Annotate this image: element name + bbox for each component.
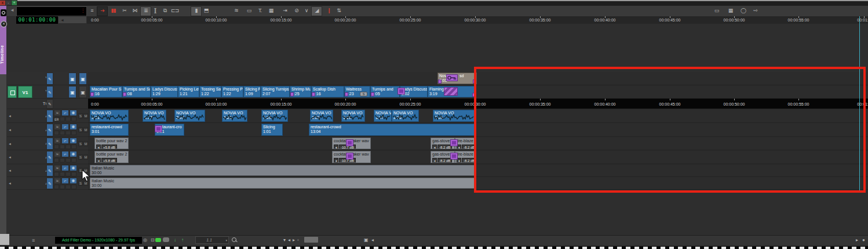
pan-icon[interactable]: ⌐: [61, 110, 69, 116]
timeline-clip[interactable]: NOVIA VO3:15: [433, 110, 475, 122]
effect-slot[interactable]: [54, 131, 59, 135]
menu-dots-icon[interactable]: ⋮: [81, 8, 85, 13]
clip-gain-control[interactable]: ◄+5.8 dB: [96, 158, 117, 163]
timeline-clip[interactable]: bottle pour wav 2◄+5.8 dB: [94, 151, 129, 163]
title-tool-icon[interactable]: T.: [255, 6, 265, 15]
effect-slot[interactable]: [54, 158, 59, 163]
gear-icon[interactable]: ❋: [70, 165, 77, 171]
clip-gain-control[interactable]: ◄+5.8 dB: [96, 145, 117, 149]
trim-icon[interactable]: ][: [150, 6, 160, 15]
mute-button[interactable]: M: [83, 127, 88, 132]
timeline-clip[interactable]: NOVIA VO2:15: [392, 110, 419, 122]
effect-slot[interactable]: [65, 131, 71, 135]
solo-button[interactable]: S: [78, 113, 83, 118]
horizontal-scrollbar-thumb[interactable]: [304, 237, 318, 243]
alert-icon[interactable]: ❙: [324, 6, 334, 15]
right-dot-icon[interactable]: ●: [862, 236, 865, 244]
pan-icon[interactable]: ⌐: [61, 165, 69, 171]
video-quality-icon[interactable]: ▭: [712, 6, 721, 15]
waveform-icon[interactable]: ≈: [54, 138, 61, 144]
solo-button[interactable]: S: [78, 127, 83, 132]
motion-effect-icon[interactable]: ⬒: [201, 6, 211, 15]
clip-gain-control[interactable]: ◄-8.2 dB: [457, 145, 476, 149]
mute-button[interactable]: M: [83, 141, 88, 146]
record-track-button-v1[interactable]: V1: [18, 86, 32, 98]
close-panel-icon[interactable]: ✕: [1, 21, 7, 27]
waveform-icon[interactable]: ≈: [54, 151, 61, 157]
pencil-icon[interactable]: ✎: [46, 165, 53, 176]
effect-slot[interactable]: [65, 185, 71, 189]
pencil-icon[interactable]: ✎: [46, 99, 53, 109]
effect-slot[interactable]: [71, 145, 76, 149]
step-forward-icon[interactable]: ↑: [181, 236, 184, 244]
record-circle-icon[interactable]: ◯: [738, 6, 748, 15]
right-play-icon[interactable]: ▸: [856, 236, 858, 244]
effect-slot[interactable]: [65, 158, 71, 163]
scroll-menu-icon[interactable]: ▾: [283, 236, 286, 244]
audio-mixer-icon[interactable]: ≋: [231, 6, 241, 15]
statusbar-grip-icon[interactable]: ≡: [32, 237, 35, 243]
clip-gain-control[interactable]: ◄-8.2 dB: [457, 158, 476, 163]
monitor-icon[interactable]: ▣: [68, 73, 76, 85]
timeline-clip[interactable]: Picking Lett1:21: [178, 86, 199, 98]
zoom-level-dropdown[interactable]: 1.1 ▾: [195, 236, 229, 244]
pan-icon[interactable]: ⌐: [61, 138, 69, 144]
audio-dip-icon[interactable]: ∨: [301, 6, 311, 15]
timeline-clip[interactable]: NOVIA VO1:17: [374, 110, 392, 122]
transition-icon[interactable]: ⊏⊐: [170, 6, 180, 15]
focus-icon[interactable]: ◎: [143, 236, 147, 244]
marker-icon[interactable]: ▮: [191, 6, 202, 16]
clip-gain-control[interactable]: ◄-8.2 dB: [432, 145, 452, 149]
timeline-clip[interactable]: Macallan Pour S2:16: [90, 86, 122, 98]
timeline-clip[interactable]: restaurant-crowd13:04: [309, 124, 475, 136]
effect-slot[interactable]: [71, 117, 76, 121]
effect-slot[interactable]: [54, 172, 59, 176]
target-icon[interactable]: [1, 9, 6, 16]
effect-slot[interactable]: [71, 185, 76, 189]
gear-icon[interactable]: ❋: [70, 124, 77, 130]
speaker-icon[interactable]: ◄: [8, 182, 12, 185]
solo-button[interactable]: S: [78, 154, 83, 160]
effect-slot[interactable]: [71, 158, 76, 163]
effect-slot[interactable]: [60, 131, 65, 135]
timecode-nav-button[interactable]: ◄: [58, 16, 87, 24]
timeline-clip[interactable]: Italian Music30:00: [90, 178, 476, 189]
effect-slot[interactable]: [65, 145, 71, 149]
clip-name-display[interactable]: ⋮: [16, 6, 87, 16]
pan-icon[interactable]: ⌐: [61, 124, 69, 130]
monitor2-icon[interactable]: ▣: [79, 86, 87, 98]
timeline-clip[interactable]: restaurant-crowd3:01: [90, 124, 129, 136]
add-edit-icon[interactable]: ✂: [119, 6, 129, 15]
timeline-ruler[interactable]: 0:0000:00:05:0000:00:10:0000:00:15:0000:…: [87, 16, 868, 24]
timeline-clip[interactable]: Scallop Dish2:16: [311, 86, 344, 98]
source-track-button[interactable]: [8, 86, 17, 98]
timeline-clip[interactable]: Slicing Turnips2:07: [261, 86, 290, 98]
close-window-button[interactable]: x: [0, 1, 5, 5]
pencil-icon[interactable]: ✎: [46, 73, 53, 85]
timeline-clip[interactable]: bottle pour wav 2◄+5.8 dB: [94, 138, 129, 149]
timeline-view-icon[interactable]: ▦: [725, 6, 735, 15]
timeline-clip[interactable]: NOVIA VO3:01: [90, 110, 129, 122]
timeline-clip[interactable]: Slicing1:01: [261, 124, 283, 136]
effect-palette-icon[interactable]: ▦: [266, 6, 276, 15]
timeline-clip[interactable]: NOVIA VO1:19: [261, 110, 288, 122]
video-monitor-icon[interactable]: ⊡: [151, 236, 155, 244]
timeline-clip[interactable]: NOVIA VO1:23: [222, 110, 247, 122]
effect-slot[interactable]: [65, 172, 71, 176]
effect-slot[interactable]: [60, 158, 65, 163]
track-height-icon[interactable]: ⇅: [334, 6, 344, 15]
speaker-icon[interactable]: ◄: [8, 156, 12, 159]
timeline-clip[interactable]: Ladys Discuss1:29: [151, 86, 178, 98]
timeline-clip[interactable]: Novia Lsd3:03: [437, 73, 477, 84]
speaker-icon[interactable]: ◄: [8, 169, 12, 172]
panel-arrow-icon[interactable]: ◂: [371, 236, 374, 244]
timeline-clip[interactable]: Shrimp Mus1:25: [290, 86, 311, 98]
waveform-icon[interactable]: ≈: [54, 178, 61, 184]
waveform-icon[interactable]: ≈: [54, 124, 61, 130]
monitor-icon[interactable]: ▣: [68, 86, 76, 98]
extract-splice-in-icon[interactable]: ➔: [97, 6, 108, 16]
minimize-window-button[interactable]: -: [6, 1, 11, 5]
back-arrow-icon[interactable]: ◄: [10, 8, 14, 13]
timeline-clip[interactable]: Tossing Sala1:22: [199, 86, 221, 98]
mute-clip-icon[interactable]: ⊘: [291, 6, 301, 15]
